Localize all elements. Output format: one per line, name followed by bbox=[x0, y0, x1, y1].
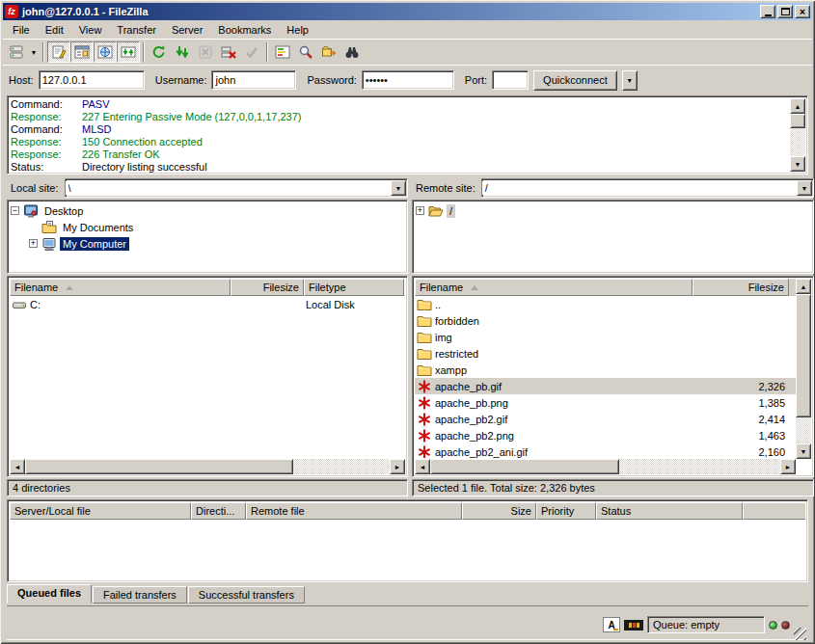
toggle-message-log-button[interactable] bbox=[47, 41, 70, 63]
status-indicator-icon[interactable] bbox=[624, 620, 643, 631]
resize-grip[interactable] bbox=[794, 628, 806, 640]
scroll-left-button[interactable]: ◄ bbox=[10, 459, 25, 474]
column-header-filesize[interactable]: Filesize bbox=[693, 279, 789, 296]
remote-site-label: Remote site: bbox=[412, 182, 481, 194]
close-button[interactable]: × bbox=[795, 5, 810, 18]
remote-vertical-scrollbar[interactable]: ▲ ▼ bbox=[796, 279, 811, 459]
local-horizontal-scrollbar[interactable]: ◄ ► bbox=[10, 459, 405, 474]
remote-site-combobox[interactable]: ▼ bbox=[481, 178, 814, 198]
scrollbar-thumb[interactable] bbox=[25, 459, 293, 474]
cancel-operation-button[interactable] bbox=[194, 41, 217, 63]
file-row-apache-pb2-ani-gif[interactable]: apache_pb2_ani.gif2,160 bbox=[415, 443, 796, 458]
computer-icon bbox=[41, 236, 57, 252]
password-input[interactable] bbox=[362, 70, 454, 90]
column-header-filetype[interactable]: Filetype bbox=[304, 279, 404, 296]
image-file-icon bbox=[417, 444, 432, 459]
transfer-queue: Server/Local fileDirecti...Remote fileSi… bbox=[7, 499, 808, 582]
tree-item-my-documents[interactable]: My Documents bbox=[9, 219, 406, 235]
menu-edit[interactable]: Edit bbox=[38, 22, 71, 38]
column-header-filesize[interactable]: Filesize bbox=[231, 279, 304, 296]
remote-site-input[interactable] bbox=[482, 181, 797, 195]
scroll-up-button[interactable]: ▲ bbox=[790, 98, 805, 114]
chevron-down-icon: ▼ bbox=[31, 49, 38, 56]
column-header-size[interactable]: Size bbox=[462, 502, 536, 520]
file-search-button[interactable] bbox=[340, 41, 364, 63]
tab-failed-transfers[interactable]: Failed transfers bbox=[93, 586, 187, 604]
refresh-button[interactable] bbox=[148, 41, 171, 63]
host-input[interactable] bbox=[39, 70, 145, 90]
remote-horizontal-scrollbar[interactable]: ◄ ► bbox=[415, 459, 796, 474]
scroll-left-button[interactable]: ◄ bbox=[415, 459, 430, 474]
file-row-c[interactable]: C:Local Disk bbox=[10, 296, 405, 312]
column-header-directi[interactable]: Directi... bbox=[191, 502, 246, 520]
file-row-apache-pb2-gif[interactable]: apache_pb2.gif2,414 bbox=[415, 411, 796, 427]
file-name: apache_pb2_ani.gif bbox=[435, 446, 528, 458]
scroll-down-button[interactable]: ▼ bbox=[790, 156, 805, 172]
file-row-apache-pb-gif[interactable]: apache_pb.gif2,326 bbox=[415, 378, 796, 394]
log-line-text: 227 Entering Passive Mode (127,0,0,1,17,… bbox=[82, 111, 301, 123]
file-row-xampp[interactable]: xampp bbox=[415, 362, 796, 378]
local-site-combobox[interactable]: ▼ bbox=[65, 178, 408, 198]
column-header-remote-file[interactable]: Remote file bbox=[246, 502, 462, 520]
tree-expand-button[interactable]: + bbox=[29, 239, 38, 248]
scrollbar-thumb[interactable] bbox=[790, 114, 805, 128]
scrollbar-thumb[interactable] bbox=[796, 294, 811, 417]
tree-item-my-computer[interactable]: +My Computer bbox=[9, 235, 406, 252]
column-header-item[interactable] bbox=[743, 502, 805, 520]
toggle-transfer-queue-button[interactable] bbox=[117, 41, 140, 63]
file-row-apache-pb2-png[interactable]: apache_pb2.png1,463 bbox=[415, 427, 796, 443]
scrollbar-thumb[interactable] bbox=[430, 459, 619, 474]
tree-item-item[interactable]: +/ bbox=[414, 202, 812, 219]
file-row-apache-pb-png[interactable]: apache_pb.png1,385 bbox=[415, 394, 796, 411]
tab-queued-files[interactable]: Queued files bbox=[7, 584, 92, 604]
log-scrollbar[interactable]: ▲ ▼ bbox=[790, 98, 805, 172]
tree-collapse-button[interactable]: − bbox=[11, 206, 19, 215]
column-header-status[interactable]: Status bbox=[596, 502, 743, 520]
menu-bookmarks[interactable]: Bookmarks bbox=[210, 22, 279, 38]
scroll-up-button[interactable]: ▲ bbox=[796, 279, 811, 294]
menu-transfer[interactable]: Transfer bbox=[109, 22, 164, 38]
tree-item-desktop[interactable]: −Desktop bbox=[9, 202, 406, 219]
tab-successful-transfers[interactable]: Successful transfers bbox=[188, 586, 305, 604]
site-manager-dropdown-button[interactable]: ▼ bbox=[28, 41, 40, 63]
scroll-right-button[interactable]: ► bbox=[390, 459, 405, 474]
column-header-priority[interactable]: Priority bbox=[536, 502, 596, 520]
column-header-filename[interactable]: Filename bbox=[10, 279, 231, 296]
tree-expand-button[interactable]: + bbox=[416, 206, 424, 215]
close-icon: × bbox=[800, 7, 805, 16]
disconnect-button[interactable] bbox=[217, 41, 240, 63]
column-header-filename[interactable]: Filename bbox=[415, 279, 693, 296]
reconnect-button[interactable] bbox=[240, 41, 263, 63]
menu-help[interactable]: Help bbox=[279, 22, 316, 38]
process-queue-button[interactable] bbox=[171, 41, 194, 63]
log-line-label: Response: bbox=[11, 136, 82, 148]
local-site-dropdown-button[interactable]: ▼ bbox=[391, 180, 406, 196]
username-input[interactable] bbox=[211, 70, 296, 90]
local-site-input[interactable] bbox=[66, 181, 391, 195]
quickconnect-dropdown-button[interactable]: ▼ bbox=[622, 70, 638, 91]
column-header-l[interactable]: L bbox=[404, 279, 405, 296]
toggle-local-tree-button[interactable] bbox=[70, 41, 94, 63]
directory-comparison-button[interactable] bbox=[271, 41, 294, 63]
remote-site-dropdown-button[interactable]: ▼ bbox=[797, 180, 812, 196]
menu-file[interactable]: File bbox=[5, 22, 38, 38]
synchronized-browsing-button[interactable] bbox=[317, 41, 340, 63]
file-row-forbidden[interactable]: forbidden bbox=[415, 312, 796, 329]
menu-view[interactable]: View bbox=[71, 22, 110, 38]
quickconnect-button[interactable]: Quickconnect bbox=[533, 70, 617, 91]
filename-filters-button[interactable] bbox=[294, 41, 317, 63]
scroll-down-button[interactable]: ▼ bbox=[796, 443, 811, 459]
file-row-item[interactable]: .. bbox=[415, 296, 796, 312]
column-header-server-local-file[interactable]: Server/Local file bbox=[10, 502, 191, 520]
chevron-down-icon: ▼ bbox=[801, 185, 808, 192]
data-type-ascii-icon[interactable]: A bbox=[603, 617, 620, 632]
menu-server[interactable]: Server bbox=[164, 22, 210, 38]
file-row-restricted[interactable]: restricted bbox=[415, 345, 796, 362]
site-manager-button[interactable] bbox=[5, 41, 28, 63]
port-input[interactable] bbox=[492, 70, 529, 90]
maximize-button[interactable] bbox=[777, 5, 793, 18]
toggle-remote-tree-button[interactable] bbox=[94, 41, 117, 63]
file-row-img[interactable]: img bbox=[415, 329, 796, 345]
minimize-button[interactable] bbox=[760, 5, 775, 18]
scroll-right-button[interactable]: ► bbox=[780, 459, 796, 474]
